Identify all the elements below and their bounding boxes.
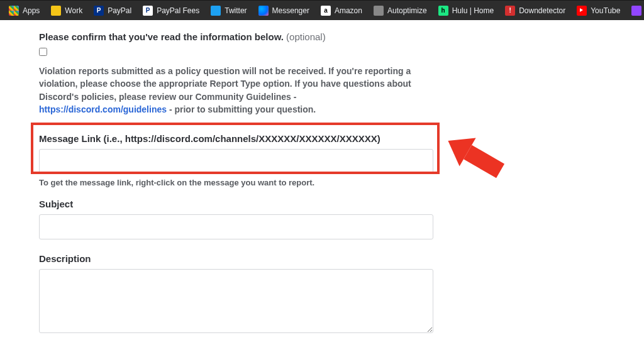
subject-block: Subject <box>39 199 605 239</box>
bookmark-autoptimize[interactable]: Autoptimize <box>369 3 432 18</box>
description-block: Description <box>39 253 605 336</box>
bookmark-label: PayPal <box>108 6 131 15</box>
bookmark-work-folder[interactable]: Work <box>46 3 87 18</box>
bookmark-hulu[interactable]: hHulu | Home <box>433 3 499 18</box>
paypal-icon: P <box>94 6 104 16</box>
downdetector-icon: ! <box>505 6 515 16</box>
bookmark-messenger[interactable]: Messenger <box>253 3 314 18</box>
confirm-heading: Please confirm that you've read the info… <box>39 31 605 42</box>
twitch-icon <box>631 6 641 16</box>
bookmark-label: Hulu | Home <box>452 6 494 15</box>
bookmark-label: Downdetector <box>519 6 565 15</box>
policy-text: Violation reports submitted as a policy … <box>39 65 423 116</box>
youtube-icon <box>577 6 587 16</box>
bookmark-label: Twitter <box>225 6 247 15</box>
work-folder-icon <box>51 6 61 16</box>
bookmark-amazon[interactable]: aAmazon <box>316 3 367 18</box>
description-textarea[interactable] <box>39 269 433 333</box>
bookmark-label: PayPal Fees <box>157 6 199 15</box>
confirm-checkbox[interactable] <box>39 48 47 56</box>
bookmark-label: YouTube <box>591 6 620 15</box>
message-link-input[interactable] <box>39 149 433 174</box>
bookmark-apps[interactable]: Apps <box>4 3 45 18</box>
bookmark-label: Autoptimize <box>387 6 427 15</box>
bookmark-bar: AppsWorkPPayPalPPayPal FeesTwitterMessen… <box>0 0 644 20</box>
bookmark-label: Apps <box>23 6 40 15</box>
policy-text-part1: Violation reports submitted as a policy … <box>39 66 411 102</box>
bookmark-youtube[interactable]: YouTube <box>572 3 625 18</box>
community-guidelines-link[interactable]: https://discord.com/guidelines <box>39 104 167 114</box>
confirm-heading-text: Please confirm that you've read the info… <box>39 31 284 42</box>
message-link-label: Message Link (i.e., https://discord.com/… <box>39 133 605 144</box>
bookmark-downdetector[interactable]: !Downdetector <box>500 3 570 18</box>
bookmark-twitter[interactable]: Twitter <box>206 3 252 18</box>
bookmark-label: Work <box>65 6 82 15</box>
twitter-icon <box>211 6 221 16</box>
optional-suffix: (optional) <box>284 31 326 42</box>
hulu-icon: h <box>438 6 448 16</box>
confirm-checkbox-row <box>39 47 605 58</box>
subject-label: Subject <box>39 199 605 209</box>
message-link-helper: To get the message link, right-click on … <box>39 178 605 187</box>
amazon-icon: a <box>321 6 331 16</box>
messenger-icon <box>258 6 269 16</box>
description-label: Description <box>39 253 605 264</box>
bookmark-paypal[interactable]: PPayPal <box>89 3 136 18</box>
paypal-fees-icon: P <box>143 6 153 16</box>
form-content: Please confirm that you've read the info… <box>0 20 644 336</box>
bookmark-twitch[interactable]: Twitch <box>626 3 644 18</box>
autoptimize-icon <box>374 6 384 16</box>
subject-input[interactable] <box>39 214 433 239</box>
policy-text-part2: - prior to submitting your question. <box>167 104 316 114</box>
bookmark-label: Amazon <box>335 6 362 15</box>
message-link-block: Message Link (i.e., https://discord.com/… <box>39 133 605 187</box>
bookmark-paypal-fees[interactable]: PPayPal Fees <box>138 3 204 18</box>
apps-icon <box>9 6 19 16</box>
bookmark-label: Messenger <box>272 6 309 15</box>
